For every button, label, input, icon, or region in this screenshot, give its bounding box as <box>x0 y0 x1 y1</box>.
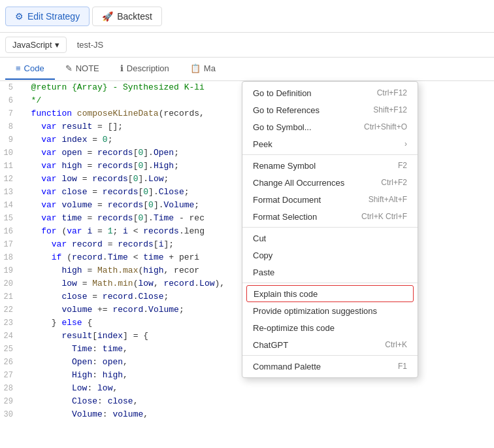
top-bar: ⚙ Edit Strategy 🚀 Backtest <box>0 0 494 33</box>
line-number: 27 <box>0 370 21 382</box>
line-number: 26 <box>0 356 21 369</box>
menu-item-label: ChatGPT <box>253 340 288 350</box>
code-line: 29 Close: close, <box>0 395 494 408</box>
line-number: 22 <box>0 304 21 317</box>
line-number: 11 <box>0 160 21 173</box>
menu-item-shortcut: Ctrl+F2 <box>381 178 407 187</box>
line-number: 8 <box>0 121 21 133</box>
line-number: 28 <box>0 383 21 395</box>
line-number: 14 <box>0 199 21 212</box>
menu-item-chatgpt[interactable]: ChatGPT Ctrl+K <box>242 336 418 353</box>
line-number: 5 <box>0 82 21 94</box>
menu-item-label: Go to Definition <box>253 88 312 98</box>
line-number: 16 <box>0 226 21 238</box>
menu-item-format-document[interactable]: Format Document Shift+Alt+F <box>242 191 418 208</box>
code-tab-icon: ≡ <box>16 63 21 73</box>
tab-bar: ≡ Code ✎ NOTE ℹ Description 📋 Ma <box>0 58 494 81</box>
line-number: 23 <box>0 317 21 330</box>
menu-item-label: Go to Symbol... <box>253 122 312 132</box>
menu-item-shortcut: F1 <box>398 362 407 371</box>
menu-separator <box>242 154 418 155</box>
menu-item-label: Re-optimize this code <box>253 323 335 333</box>
menu-item-command-palette[interactable]: Command Palette F1 <box>242 358 418 375</box>
note-tab-icon: ✎ <box>65 63 73 73</box>
backtest-button[interactable]: 🚀 Backtest <box>92 7 162 26</box>
line-number: 9 <box>0 134 21 146</box>
menu-item-shortcut: Ctrl+Shift+O <box>364 122 407 131</box>
gear-icon: ⚙ <box>15 11 24 22</box>
edit-strategy-button[interactable]: ⚙ Edit Strategy <box>5 7 90 26</box>
menu-item-shortcut: Shift+F12 <box>373 105 407 114</box>
menu-item-format-selection[interactable]: Format Selection Ctrl+K Ctrl+F <box>242 208 418 225</box>
backtest-label: Backtest <box>117 11 152 22</box>
chevron-down-icon: ▾ <box>55 40 59 50</box>
menu-item-go-to-symbol[interactable]: Go to Symbol... Ctrl+Shift+O <box>242 118 418 135</box>
tab-description[interactable]: ℹ Description <box>110 58 180 80</box>
menu-item-peek[interactable]: Peek › <box>242 135 418 152</box>
menu-item-paste[interactable]: Paste <box>242 264 418 281</box>
tab-ma[interactable]: 📋 Ma <box>180 58 226 80</box>
menu-item-label: Paste <box>253 267 274 277</box>
menu-separator <box>242 227 418 228</box>
menu-item-label: Peek <box>253 139 272 149</box>
line-content: Low: low, <box>21 382 494 394</box>
menu-item-change-all-occurrences[interactable]: Change All Occurrences Ctrl+F2 <box>242 174 418 191</box>
tab-code[interactable]: ≡ Code <box>5 58 55 80</box>
menu-item-label: Provide optimization suggestions <box>253 306 377 316</box>
description-tab-label: Description <box>127 63 169 73</box>
rocket-icon: 🚀 <box>102 11 113 22</box>
menu-item-re-optimize[interactable]: Re-optimize this code <box>242 319 418 336</box>
line-number: 6 <box>0 95 21 107</box>
menu-item-shortcut: Shift+Alt+F <box>369 195 407 204</box>
context-menu: Go to Definition Ctrl+F12 Go to Referenc… <box>242 81 418 378</box>
line-number: 25 <box>0 343 21 356</box>
description-tab-icon: ℹ <box>120 63 124 73</box>
code-line: 30 Volume: volume, <box>0 408 494 421</box>
line-number: 30 <box>0 409 21 421</box>
menu-item-shortcut: F2 <box>398 161 407 170</box>
menu-item-label: Change All Occurrences <box>253 178 344 188</box>
menu-item-explain-this-code[interactable]: Explain this code <box>246 285 414 302</box>
edit-strategy-label: Edit Strategy <box>27 11 80 22</box>
menu-item-shortcut: Ctrl+K Ctrl+F <box>361 212 407 221</box>
menu-item-go-to-references[interactable]: Go to References Shift+F12 <box>242 101 418 118</box>
menu-item-label: Format Selection <box>253 212 317 222</box>
chevron-right-icon: › <box>404 139 407 148</box>
tab-note[interactable]: ✎ NOTE <box>55 58 110 80</box>
line-number: 29 <box>0 396 21 408</box>
line-number: 10 <box>0 147 21 160</box>
code-tab-label: Code <box>24 63 44 73</box>
line-number: 18 <box>0 252 21 264</box>
file-name: test-JS <box>72 37 108 52</box>
line-number: 7 <box>0 108 21 120</box>
menu-item-shortcut: Ctrl+F12 <box>377 88 407 97</box>
menu-item-label: Copy <box>253 250 272 260</box>
line-content: Volume: volume, <box>21 408 494 421</box>
menu-item-cut[interactable]: Cut <box>242 230 418 247</box>
code-line: 28 Low: low, <box>0 382 494 395</box>
line-number: 15 <box>0 213 21 225</box>
menu-separator <box>242 355 418 356</box>
line-number: 17 <box>0 239 21 251</box>
line-number: 24 <box>0 330 21 343</box>
ma-tab-label: Ma <box>204 63 216 73</box>
main-area: 5 @return {Array} - Synthesized K-li 6 *… <box>0 81 494 448</box>
ma-tab-icon: 📋 <box>190 63 201 73</box>
menu-item-copy[interactable]: Copy <box>242 247 418 264</box>
menu-item-shortcut: Ctrl+K <box>385 340 407 349</box>
menu-item-go-to-definition[interactable]: Go to Definition Ctrl+F12 <box>242 84 418 101</box>
menu-item-label: Rename Symbol <box>253 161 316 171</box>
language-selector[interactable]: JavaScript ▾ <box>5 37 67 53</box>
language-label: JavaScript <box>12 40 52 50</box>
menu-item-label: Cut <box>253 233 266 243</box>
line-number: 19 <box>0 265 21 277</box>
menu-separator <box>242 283 418 283</box>
line-number: 20 <box>0 278 21 290</box>
menu-item-provide-optimization[interactable]: Provide optimization suggestions <box>242 302 418 319</box>
line-number: 21 <box>0 291 21 303</box>
second-bar: JavaScript ▾ test-JS <box>0 33 494 58</box>
line-number: 12 <box>0 173 21 186</box>
line-number: 13 <box>0 186 21 199</box>
menu-item-rename-symbol[interactable]: Rename Symbol F2 <box>242 157 418 174</box>
menu-item-label: Go to References <box>253 105 320 115</box>
